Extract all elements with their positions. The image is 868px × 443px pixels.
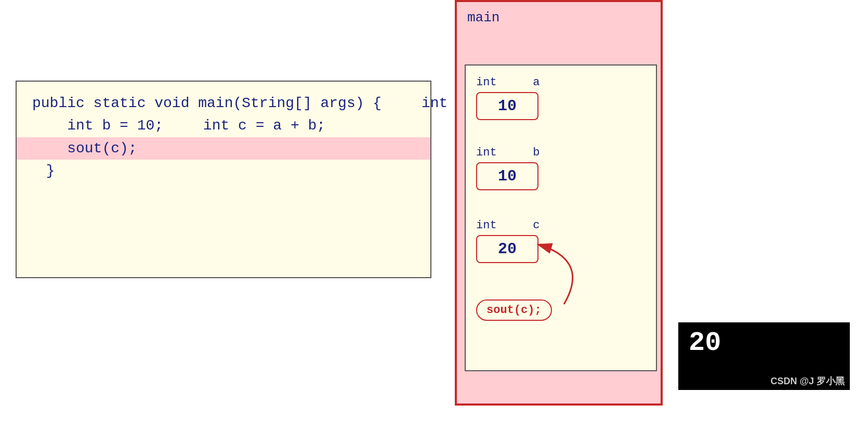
var-c-row: int c 20 <box>476 219 540 263</box>
var-b-row: int b 10 <box>476 146 540 190</box>
var-a-name: a <box>533 76 540 89</box>
var-a-type: int <box>476 76 497 89</box>
code-panel: public static void main(String[] args) {… <box>16 81 431 278</box>
var-b-box: 10 <box>476 162 538 190</box>
memory-inner: int a 10 int b 10 int c 20 sout(c); <box>465 64 657 371</box>
memory-outer: main int a 10 int b 10 int c 20 <box>455 0 663 406</box>
csdn-label: CSDN @J 罗小黑 <box>770 375 845 387</box>
code-line-4: int c = a + b; <box>168 118 325 134</box>
var-c-type: int <box>476 219 497 232</box>
var-a-row: int a 10 <box>476 76 540 120</box>
var-b-name: b <box>533 146 540 159</box>
code-line-5 <box>331 118 339 134</box>
code-line-7 <box>32 163 41 179</box>
var-c-box: 20 <box>476 235 538 263</box>
output-box: 20 CSDN @J 罗小黑 <box>678 322 850 390</box>
code-line-8: } <box>46 163 55 179</box>
var-c-name: c <box>533 219 540 232</box>
code-line-1: public static void main(String[] args) { <box>32 95 382 111</box>
output-value: 20 <box>689 328 839 358</box>
var-a-box: 10 <box>476 92 538 120</box>
sout-label: sout(c); <box>476 299 552 321</box>
var-b-type: int <box>476 146 497 159</box>
code-line-6: sout(c); <box>17 137 430 160</box>
memory-main-label: main <box>467 10 499 25</box>
code-line-3: int b = 10; <box>32 118 163 134</box>
